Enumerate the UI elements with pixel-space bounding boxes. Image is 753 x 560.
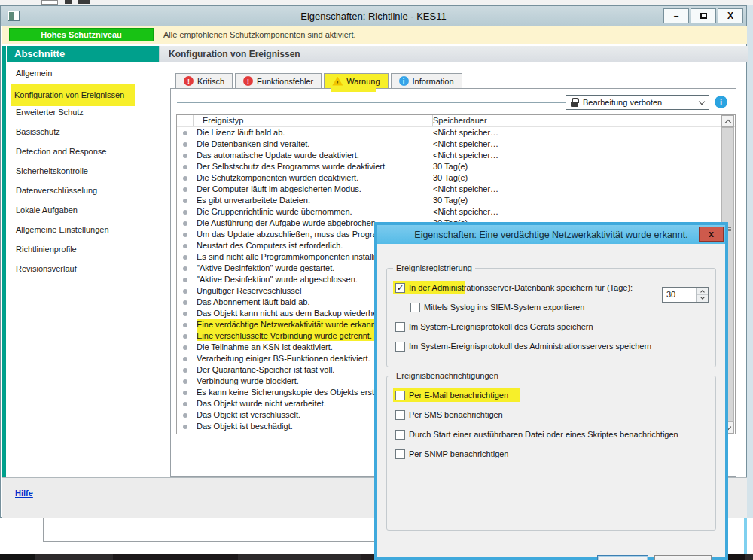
info-icon: i bbox=[399, 76, 409, 86]
sidebar-item-konfiguration-von-ereignissen[interactable]: Konfiguration von Ereignissen bbox=[7, 84, 159, 102]
info-icon[interactable]: i bbox=[715, 96, 727, 108]
event-type-cell: Die Lizenz läuft bald ab. bbox=[194, 127, 433, 138]
ok-button[interactable]: OK bbox=[597, 555, 648, 560]
bullet-icon bbox=[183, 323, 187, 327]
row-bullet-cell bbox=[177, 289, 194, 294]
sidebar-item-detection-and-response[interactable]: Detection and Response bbox=[7, 142, 159, 160]
tab-information[interactable]: iInformation bbox=[391, 73, 462, 89]
checkbox-im-system-ereignisprotokoll-des-administ[interactable] bbox=[395, 342, 405, 352]
row-bullet-cell bbox=[177, 131, 194, 135]
checkbox-per-snmp-benachrichtigen[interactable] bbox=[395, 449, 405, 459]
sections-sidebar: Abschnitte AllgemeinKonfiguration von Er… bbox=[7, 46, 159, 477]
event-properties-dialog: Eigenschaften: Eine verdächtige Netzwerk… bbox=[374, 222, 728, 560]
row-bullet-cell bbox=[177, 165, 194, 169]
event-type-cell: Die Datenbanken sind veraltet. bbox=[194, 138, 433, 150]
window-icon bbox=[8, 11, 20, 21]
bullet-icon bbox=[183, 413, 187, 418]
spinner-down-button[interactable] bbox=[697, 295, 708, 302]
sidebar-item-erweiterter-schutz[interactable]: Erweiterter Schutz bbox=[7, 103, 159, 121]
table-row[interactable]: Die Schutzkomponenten wurden deaktiviert… bbox=[177, 172, 735, 184]
header-bullet-column bbox=[177, 115, 194, 126]
background-window-border bbox=[744, 518, 747, 555]
bullet-icon bbox=[183, 289, 187, 294]
checkbox-row-per-sms-benachrichtigen: Per SMS benachrichtigen bbox=[387, 405, 715, 425]
row-bullet-cell bbox=[177, 187, 194, 192]
sidebar-item-label: Detection and Response bbox=[14, 145, 108, 158]
spinner-up-button[interactable] bbox=[697, 288, 708, 295]
checkbox-in-der-administrationsserver-datenbank-s[interactable]: ✓ bbox=[395, 283, 405, 293]
protection-level-badge: Hohes Schutzniveau bbox=[9, 28, 154, 41]
tab-funktionsfehler[interactable]: !Funktionsfehler bbox=[235, 73, 322, 89]
row-bullet-cell bbox=[177, 255, 194, 260]
critical-icon: ! bbox=[184, 76, 194, 86]
bullet-icon bbox=[183, 187, 187, 192]
row-bullet-cell bbox=[177, 233, 194, 237]
tab-label: Warnung bbox=[346, 77, 380, 86]
bullet-icon bbox=[183, 402, 187, 406]
scroll-up-button[interactable] bbox=[721, 115, 734, 127]
checkbox-label: Im System-Ereignisprotokoll des Geräts s… bbox=[409, 322, 593, 331]
sidebar-item-datenverschl-sselung[interactable]: Datenverschlüsselung bbox=[7, 181, 159, 199]
duration-cell: <Nicht speicher… bbox=[433, 127, 505, 138]
checkbox-per-e-mail-benachrichtigen[interactable] bbox=[395, 391, 405, 400]
sidebar-item-lokale-aufgaben[interactable]: Lokale Aufgaben bbox=[7, 201, 159, 219]
table-row[interactable]: Die Gruppenrichtlinie wurde übernommen.<… bbox=[177, 206, 735, 218]
sidebar-item-label: Richtlinienprofile bbox=[14, 242, 78, 256]
group-event-registration: Ereignisregistrierung ✓In der Administra… bbox=[386, 268, 716, 367]
table-row[interactable]: Der Computer läuft im abgesicherten Modu… bbox=[177, 184, 735, 195]
table-row[interactable]: Die Lizenz läuft bald ab.<Nicht speicher… bbox=[177, 127, 735, 138]
warning-icon: ! bbox=[332, 77, 343, 86]
sidebar-item-label: Lokale Aufgaben bbox=[14, 203, 79, 217]
row-bullet-cell bbox=[177, 391, 194, 395]
sidebar-item-allgemein[interactable]: Allgemein bbox=[7, 64, 159, 82]
event-type-cell: Die Gruppenrichtlinie wurde übernommen. bbox=[194, 206, 433, 218]
lock-icon bbox=[571, 102, 578, 107]
duration-cell: 30 Tag(e) bbox=[433, 161, 505, 172]
background-pane-divider bbox=[43, 518, 44, 542]
table-row[interactable]: Es gibt unverarbeitete Dateien.30 Tag(e) bbox=[177, 195, 735, 206]
table-row[interactable]: Die Datenbanken sind veraltet.<Nicht spe… bbox=[177, 138, 735, 150]
sidebar-item-basisschutz[interactable]: Basisschutz bbox=[7, 123, 159, 141]
row-bullet-cell bbox=[177, 402, 194, 406]
sidebar-item-revisionsverlauf[interactable]: Revisionsverlauf bbox=[7, 260, 159, 278]
edit-lock-dropdown[interactable]: Bearbeitung verboten bbox=[566, 95, 709, 110]
tab-warnung[interactable]: !Warnung bbox=[324, 73, 388, 89]
chevron-down-icon bbox=[699, 98, 705, 104]
cancel-button[interactable]: Abbrechen bbox=[654, 555, 712, 560]
background-window-fragment bbox=[65, 0, 72, 4]
separator-line bbox=[177, 102, 566, 103]
group-label: Ereignisregistrierung bbox=[393, 263, 475, 272]
row-bullet-cell bbox=[177, 334, 194, 339]
sidebar-item-sicherheitskontrolle[interactable]: Sicherheitskontrolle bbox=[7, 162, 159, 180]
checkbox-im-system-ereignisprotokoll-des-ger-ts-s[interactable] bbox=[395, 322, 405, 332]
column-header-eventtype[interactable]: Ereignistyp bbox=[194, 115, 433, 126]
row-bullet-cell bbox=[177, 244, 194, 248]
bullet-icon bbox=[183, 391, 187, 395]
background-top-strip bbox=[0, 0, 753, 5]
minimize-button[interactable]: – bbox=[663, 8, 689, 23]
tab-label: Kritisch bbox=[197, 77, 224, 86]
tab-kritisch[interactable]: !Kritisch bbox=[175, 73, 233, 89]
title-bar: Eigenschaften: Richtlinie - KES11 – X bbox=[1, 6, 746, 26]
help-link[interactable]: Hilfe bbox=[15, 488, 33, 498]
checkbox-per-sms-benachrichtigen[interactable] bbox=[395, 410, 405, 420]
column-header-duration[interactable]: Speicherdauer bbox=[433, 115, 505, 126]
background-window-fragment bbox=[78, 0, 90, 4]
group-event-notifications: Ereignisbenachrichtigungen Per E-Mail be… bbox=[386, 376, 716, 531]
checkbox-mittels-syslog-ins-siem-system-exportier[interactable] bbox=[410, 303, 420, 312]
maximize-button[interactable] bbox=[691, 8, 716, 23]
close-button[interactable]: X bbox=[718, 8, 743, 23]
bullet-icon bbox=[183, 233, 187, 237]
sidebar-item-allgemeine-einstellungen[interactable]: Allgemeine Einstellungen bbox=[7, 221, 159, 239]
checkbox-durch-start-einer-ausf-hrbaren-datei-ode[interactable] bbox=[395, 430, 405, 440]
window-title: Eigenschaften: Richtlinie - KES11 bbox=[1, 11, 746, 22]
overlay-close-button[interactable]: x bbox=[699, 227, 724, 242]
table-row[interactable]: Das automatische Update wurde deaktivier… bbox=[177, 150, 735, 161]
tab-label: Information bbox=[413, 77, 454, 86]
check-icon: ✓ bbox=[397, 284, 404, 292]
table-row[interactable]: Der Selbstschutz des Programms wurde dea… bbox=[177, 161, 735, 172]
days-spinner[interactable]: 30 bbox=[662, 287, 709, 303]
checkbox-label: Per SMS benachrichtigen bbox=[409, 410, 503, 419]
checkbox-label: Im System-Ereignisprotokoll des Administ… bbox=[409, 342, 651, 351]
sidebar-item-richtlinienprofile[interactable]: Richtlinienprofile bbox=[7, 240, 159, 258]
